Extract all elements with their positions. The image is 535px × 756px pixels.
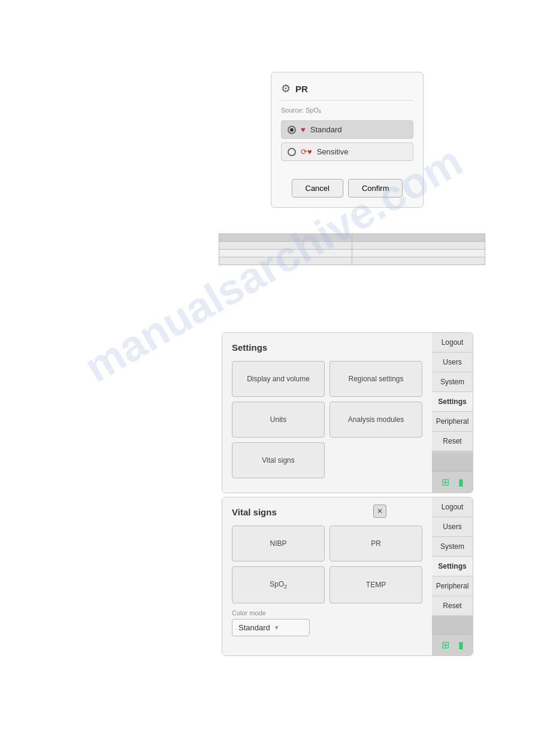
- sidebar-icons-vs: ⊞ ▮: [432, 634, 473, 655]
- table-cell: [352, 250, 485, 257]
- sidebar-reset-vs[interactable]: Reset: [432, 596, 473, 616]
- table-header-col1: [219, 234, 352, 242]
- pr-button[interactable]: PR: [330, 526, 422, 561]
- confirm-button[interactable]: Confirm: [348, 179, 403, 198]
- sidebar-peripheral-vs[interactable]: Peripheral: [432, 576, 473, 596]
- table-cell: [219, 242, 352, 250]
- sidebar-settings-vs[interactable]: Settings: [432, 557, 473, 576]
- nibp-button[interactable]: NIBP: [232, 526, 325, 561]
- sensitive-option[interactable]: ⟳♥ Sensitive: [281, 142, 413, 161]
- sidebar-spacer4: [432, 616, 473, 634]
- gear-icon: ⚙: [281, 82, 291, 95]
- sidebar-icons: ⊞ ▮: [432, 471, 473, 493]
- standard-option[interactable]: ♥ Standard: [281, 120, 413, 139]
- table-header-col2: [352, 234, 485, 242]
- radio-dot-standard: [288, 126, 296, 134]
- sidebar-users[interactable]: Users: [432, 353, 473, 372]
- radio-dot-sensitive: [288, 148, 296, 156]
- network-icon: ⊞: [442, 476, 449, 488]
- vitalsigns-sidebar: Logout Users System Settings Peripheral …: [432, 497, 473, 655]
- pr-dialog-footer: Cancel Confirm: [281, 179, 413, 198]
- data-table: [219, 233, 485, 265]
- table-cell: [352, 257, 485, 265]
- table-header-row: [219, 234, 485, 242]
- spo2-button[interactable]: SpO2: [232, 566, 325, 603]
- temp-button[interactable]: TEMP: [330, 566, 422, 603]
- settings-panel: Settings Display and volume Regional set…: [222, 332, 473, 493]
- units-button[interactable]: Units: [232, 402, 325, 438]
- pr-dialog: ⚙ PR Source: SpO₂ ♥ Standard ⟳♥ Sensitiv…: [271, 72, 424, 208]
- table-row: [219, 250, 485, 257]
- sidebar-system[interactable]: System: [432, 372, 473, 392]
- vitalsigns-panel: Vital signs ✕ NIBP PR SpO2 TEMP Color mo…: [222, 497, 473, 656]
- heart-icon-sensitive: ⟳♥: [301, 147, 312, 156]
- sensitive-label: Sensitive: [317, 147, 349, 156]
- pr-dialog-header: ⚙ PR: [281, 82, 413, 101]
- table-cell: [219, 257, 352, 265]
- pr-dialog-source: Source: SpO₂: [281, 107, 413, 114]
- table-cell: [352, 242, 485, 250]
- network-icon-vs: ⊞: [442, 639, 449, 651]
- vitalsigns-main: Vital signs ✕ NIBP PR SpO2 TEMP Color mo…: [222, 497, 432, 655]
- table-row: [219, 242, 485, 250]
- color-mode-value: Standard: [238, 623, 270, 632]
- sidebar-spacer2: [432, 453, 473, 471]
- regional-settings-button[interactable]: Regional settings: [330, 361, 422, 397]
- analysis-modules-button[interactable]: Analysis modules: [330, 402, 422, 438]
- close-button[interactable]: ✕: [373, 505, 386, 518]
- settings-btn-grid: Display and volume Regional settings Uni…: [232, 361, 422, 478]
- standard-label: Standard: [310, 125, 342, 134]
- heart-icon-standard: ♥: [301, 125, 306, 134]
- table-row: [219, 257, 485, 265]
- vitalsigns-btn-grid: NIBP PR SpO2 TEMP: [232, 526, 422, 603]
- sidebar-logout[interactable]: Logout: [432, 333, 473, 353]
- settings-sidebar: Logout Users System Settings Peripheral …: [432, 333, 473, 493]
- battery-icon-vs: ▮: [458, 639, 464, 651]
- cancel-button[interactable]: Cancel: [292, 179, 343, 198]
- settings-main: Settings Display and volume Regional set…: [222, 333, 432, 493]
- pr-dialog-title: PR: [295, 84, 308, 94]
- sidebar-system-vs[interactable]: System: [432, 537, 473, 557]
- sidebar-peripheral[interactable]: Peripheral: [432, 412, 473, 432]
- sidebar-reset[interactable]: Reset: [432, 432, 473, 451]
- vitalsigns-title: Vital signs: [232, 507, 422, 517]
- color-mode-section: Color mode Standard ▼: [232, 609, 422, 636]
- color-mode-label: Color mode: [232, 609, 422, 617]
- color-mode-select[interactable]: Standard ▼: [232, 619, 310, 636]
- display-volume-button[interactable]: Display and volume: [232, 361, 325, 397]
- chevron-down-icon: ▼: [274, 624, 280, 631]
- battery-icon: ▮: [458, 476, 464, 488]
- vital-signs-button[interactable]: Vital signs: [232, 442, 325, 478]
- sidebar-users-vs[interactable]: Users: [432, 517, 473, 537]
- table-cell: [219, 250, 352, 257]
- table-section: [219, 233, 485, 265]
- settings-title: Settings: [232, 342, 422, 353]
- sidebar-settings[interactable]: Settings: [432, 392, 473, 412]
- sidebar-logout-vs[interactable]: Logout: [432, 497, 473, 517]
